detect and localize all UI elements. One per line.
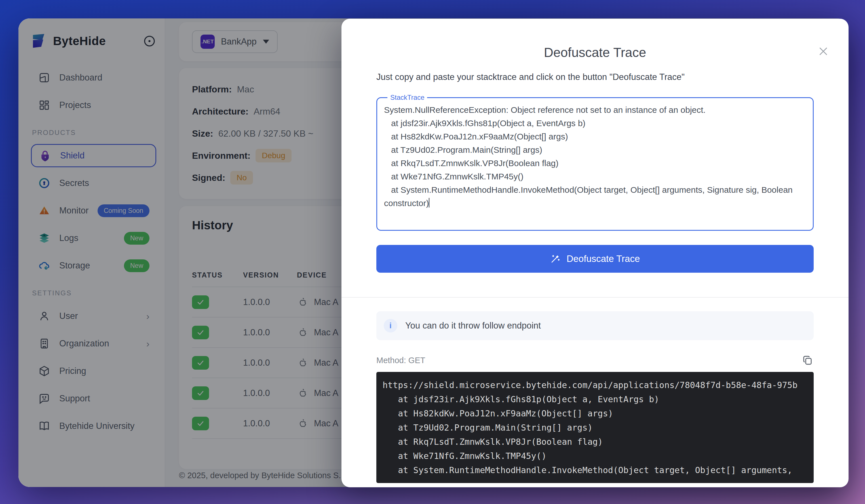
stacktrace-field-label: StackTrace [388, 94, 427, 102]
copy-icon[interactable] [802, 354, 814, 366]
endpoint-info-text: You can do it throw follow endpoint [405, 320, 541, 331]
close-icon[interactable] [817, 45, 830, 58]
deofuscate-trace-modal: Deofuscate Trace Just copy and paste you… [342, 19, 849, 487]
method-row: Method: GET [376, 354, 814, 366]
modal-title: Deofuscate Trace [376, 45, 814, 60]
magic-wand-icon [550, 254, 561, 264]
endpoint-code-block: https://shield.microservice.bytehide.com… [376, 372, 814, 483]
divider [342, 297, 849, 298]
stacktrace-text: System.NullReferenceException: Object re… [384, 105, 795, 208]
modal-subtitle: Just copy and paste your stacktrace and … [376, 72, 814, 82]
text-cursor [429, 198, 429, 208]
info-icon: i [384, 319, 397, 332]
endpoint-info-box: i You can do it throw follow endpoint [376, 311, 814, 340]
endpoint-code-text: https://shield.microservice.bytehide.com… [383, 378, 814, 477]
screen: ByteHide Dashboard [0, 0, 865, 504]
method-label: Method: GET [376, 356, 425, 365]
deofuscate-trace-button[interactable]: Deofuscate Trace [376, 245, 814, 273]
stacktrace-input[interactable]: StackTrace System.NullReferenceException… [376, 94, 814, 231]
